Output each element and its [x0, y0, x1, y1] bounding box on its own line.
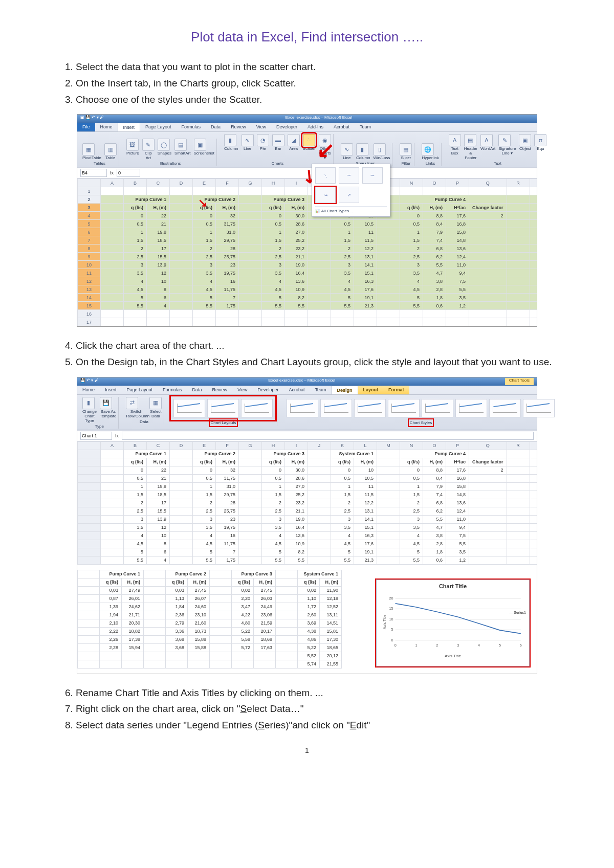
- tab-data[interactable]: Data: [187, 386, 207, 394]
- tab-format[interactable]: Format: [383, 386, 409, 394]
- chart-style-option[interactable]: [523, 399, 555, 417]
- chart-xlabel[interactable]: Axis Title: [380, 654, 526, 658]
- chart-style-option[interactable]: [489, 399, 521, 417]
- clipart-label: Clip Art: [142, 151, 155, 160]
- area-chart-icon[interactable]: ◢: [288, 134, 300, 146]
- scatter-straight-icon[interactable]: ↗: [339, 187, 359, 203]
- equation-icon[interactable]: π: [534, 134, 546, 146]
- tab-review[interactable]: Review: [226, 123, 251, 131]
- chart-layouts-gallery[interactable]: [171, 397, 275, 419]
- column-chart-icon[interactable]: ▮: [224, 134, 236, 146]
- sparkline-winloss-icon[interactable]: ▯: [374, 143, 386, 155]
- slicer-label: Slicer: [400, 155, 412, 160]
- chart-style-option[interactable]: [320, 399, 352, 417]
- tab-data[interactable]: Data: [206, 123, 226, 131]
- clipart-icon[interactable]: ✎: [142, 139, 155, 151]
- tab-file[interactable]: File: [77, 123, 95, 131]
- chart-title[interactable]: Chart Title: [380, 583, 526, 589]
- tab-insert[interactable]: Insert: [118, 123, 141, 131]
- sigline-icon[interactable]: ✎: [498, 134, 511, 146]
- chart-style-option[interactable]: [287, 399, 318, 417]
- bar-chart-icon[interactable]: ▬: [272, 134, 284, 146]
- tab-formulas[interactable]: Formulas: [177, 123, 206, 131]
- tab-home[interactable]: Home: [95, 123, 118, 131]
- sparkline-column-icon[interactable]: ▮: [356, 143, 368, 155]
- worksheet[interactable]: ABCDEFGHIJKLMNOPQRST12Pump Curve 1Pump C…: [77, 179, 537, 326]
- window-title: Excel exercise.xlsx – Microsoft Excel: [286, 115, 353, 122]
- select-data-icon[interactable]: ▦: [149, 397, 162, 409]
- tab-team[interactable]: Team: [310, 386, 332, 394]
- ytick: 10: [389, 617, 393, 621]
- tab-acrobat[interactable]: Acrobat: [328, 123, 355, 131]
- chart-styles-gallery[interactable]: [284, 397, 557, 419]
- save-as-template-label: Save As Template: [100, 409, 116, 418]
- name-box[interactable]: [80, 169, 107, 177]
- switch-row-col-icon[interactable]: ⇄: [126, 397, 138, 409]
- picture-icon[interactable]: 🖼: [126, 139, 139, 151]
- step: Click the chart area of the chart. ...: [76, 339, 553, 352]
- chart-style-option[interactable]: [354, 399, 386, 417]
- tab-team[interactable]: Team: [355, 123, 376, 131]
- save-as-template-icon[interactable]: 💾: [100, 397, 112, 409]
- tab-insert[interactable]: Insert: [100, 386, 122, 394]
- formula-bar[interactable]: [117, 169, 140, 177]
- wordart-label: WordArt: [480, 146, 495, 151]
- tab-acrobat[interactable]: Acrobat: [284, 386, 310, 394]
- scatter-smooth-icon[interactable]: 〜: [362, 167, 383, 184]
- scatter-chart-icon[interactable]: ∴: [303, 134, 315, 146]
- tab-pagelayout[interactable]: Page Layout: [122, 386, 158, 394]
- chart-layout-option[interactable]: [241, 399, 273, 417]
- change-chart-type-icon[interactable]: ▮: [82, 397, 95, 409]
- other-charts-icon[interactable]: ◉: [319, 134, 331, 146]
- tab-view[interactable]: View: [251, 123, 271, 131]
- wordart-icon[interactable]: A: [480, 134, 493, 146]
- shapes-icon[interactable]: ◯: [158, 139, 170, 151]
- name-box[interactable]: [80, 432, 112, 440]
- tab-developer[interactable]: Developer: [271, 123, 302, 131]
- smartart-icon[interactable]: ▤: [174, 139, 187, 151]
- textbox-icon[interactable]: A: [449, 134, 461, 146]
- fx-icon[interactable]: fx: [110, 170, 114, 175]
- pie-chart-icon[interactable]: ◔: [257, 134, 269, 146]
- qat: 💾 ↶ ▾ 🖌: [80, 378, 99, 385]
- line-chart-icon[interactable]: ∿: [242, 134, 254, 146]
- table-icon[interactable]: ▥: [104, 143, 117, 155]
- chart-style-option[interactable]: [422, 399, 453, 417]
- object-icon[interactable]: ▣: [519, 134, 531, 146]
- ytick: 5: [391, 628, 393, 632]
- scatter-dropdown[interactable]: ⋱ 〰 〜 ↝ ↗ 📊 All Chart Types…: [312, 164, 390, 217]
- chart-ylabel[interactable]: Axis Title: [383, 614, 387, 629]
- tab-addins[interactable]: Add-Ins: [302, 123, 328, 131]
- tab-layout[interactable]: Layout: [358, 386, 384, 394]
- pivottable-icon[interactable]: ▦: [82, 143, 95, 155]
- all-chart-types-link[interactable]: 📊 All Chart Types…: [315, 206, 387, 213]
- fx-icon[interactable]: fx: [115, 433, 119, 438]
- sparkline-wl-label: Win/Loss: [374, 155, 390, 160]
- scatter-straight-markers-icon[interactable]: ↝: [315, 187, 336, 203]
- formula-bar[interactable]: [122, 432, 534, 440]
- headerfooter-icon[interactable]: ▤: [464, 134, 476, 146]
- tab-review[interactable]: Review: [207, 386, 233, 394]
- chart-legend[interactable]: — Series1: [509, 611, 526, 614]
- chart-tools-label: Chart Tools: [505, 378, 534, 385]
- tab-view[interactable]: View: [232, 386, 252, 394]
- embedded-chart[interactable]: Chart Title 0 5 10 15 20 Axis Title 0 1 …: [376, 580, 530, 666]
- screenshot-icon[interactable]: ▣: [194, 139, 206, 151]
- tab-developer[interactable]: Developer: [252, 386, 283, 394]
- scatter-smooth-markers-icon[interactable]: 〰: [339, 167, 359, 184]
- chart-layout-option[interactable]: [207, 399, 239, 417]
- tab-formulas[interactable]: Formulas: [158, 386, 187, 394]
- group-illustrations: Illustrations: [160, 161, 181, 166]
- sparkline-line-icon[interactable]: ∿: [341, 143, 353, 155]
- slicer-icon[interactable]: ▤: [400, 143, 412, 155]
- chart-plot-area[interactable]: 0 5 10 15 20 Axis Title 0 1 2 3 4 5 6: [380, 591, 526, 653]
- chart-style-option[interactable]: [388, 399, 420, 417]
- chart-style-option[interactable]: [455, 399, 487, 417]
- tab-design[interactable]: Design: [332, 386, 358, 394]
- hyperlink-icon[interactable]: 🌐: [422, 143, 434, 155]
- scatter-markers-only-icon[interactable]: ⋱: [315, 167, 336, 184]
- tab-home[interactable]: Home: [77, 386, 100, 394]
- tab-pagelayout[interactable]: Page Layout: [140, 123, 177, 131]
- chart-layout-option[interactable]: [173, 399, 205, 417]
- pie-label: Pie: [257, 146, 269, 151]
